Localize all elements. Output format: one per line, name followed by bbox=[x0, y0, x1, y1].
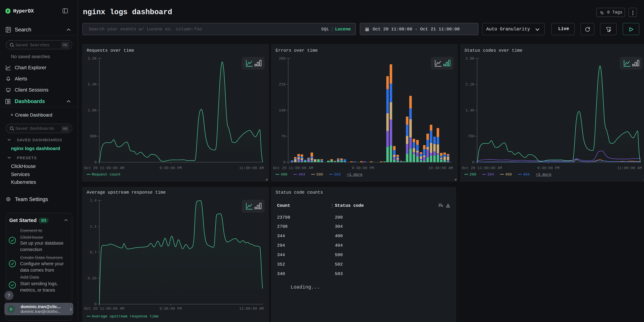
svg-text:11:00:00 AM: 11:00:00 AM bbox=[617, 166, 642, 170]
svg-text:404: 404 bbox=[523, 172, 530, 177]
svg-text:Request count: Request count bbox=[92, 172, 121, 177]
svg-text:400: 400 bbox=[280, 172, 287, 177]
svg-text:9:30:00 PM: 9:30:00 PM bbox=[160, 307, 182, 311]
svg-text:11:00:00 AM: 11:00:00 AM bbox=[239, 307, 264, 311]
svg-text:Requests over time: Requests over time bbox=[87, 48, 134, 53]
svg-text:502: 502 bbox=[334, 172, 341, 177]
svg-text:Average upstream response time: Average upstream response time bbox=[92, 314, 159, 318]
svg-text:0: 0 bbox=[94, 302, 97, 306]
svg-text:Oct 20 11:00:00 AM: Oct 20 11:00:00 AM bbox=[462, 166, 502, 170]
svg-text:+1 more: +1 more bbox=[347, 172, 362, 177]
svg-text:Errors over time: Errors over time bbox=[276, 48, 318, 53]
svg-text:Oct 20 11:00:00 AM: Oct 20 11:00:00 AM bbox=[84, 166, 124, 170]
svg-text:9:30:00 PM: 9:30:00 PM bbox=[160, 166, 182, 170]
svg-text:1.6K: 1.6K bbox=[88, 108, 97, 113]
svg-text:500: 500 bbox=[316, 172, 323, 177]
svg-text:0.7: 0.7 bbox=[90, 250, 97, 254]
svg-text:11:00:00 AM: 11:00:00 AM bbox=[239, 166, 264, 170]
svg-text:Oct 20 11:00:00 AM: Oct 20 11:00:00 AM bbox=[84, 307, 124, 311]
svg-text:210: 210 bbox=[279, 82, 286, 87]
svg-text:2.4K: 2.4K bbox=[88, 82, 97, 87]
svg-text:404: 404 bbox=[298, 172, 305, 177]
svg-text:800: 800 bbox=[90, 134, 97, 138]
svg-text:Oct 20 11:00:00 AM: Oct 20 11:00:00 AM bbox=[273, 166, 313, 170]
svg-text:+3 more: +3 more bbox=[536, 172, 551, 177]
svg-text:1.1: 1.1 bbox=[90, 224, 97, 229]
svg-text:200: 200 bbox=[470, 172, 476, 177]
svg-text:0: 0 bbox=[283, 160, 286, 164]
svg-text:0: 0 bbox=[94, 160, 97, 164]
svg-text:9:30:00 PM: 9:30:00 PM bbox=[352, 166, 374, 170]
svg-text:1.4K: 1.4K bbox=[466, 108, 474, 113]
svg-text:0.35: 0.35 bbox=[88, 276, 97, 280]
svg-text:280: 280 bbox=[279, 56, 286, 61]
svg-text:304: 304 bbox=[488, 172, 494, 177]
svg-text:9:30:00 PM: 9:30:00 PM bbox=[537, 166, 560, 170]
svg-text:700: 700 bbox=[468, 134, 474, 138]
svg-text:70: 70 bbox=[281, 134, 286, 138]
svg-text:2.1K: 2.1K bbox=[466, 82, 474, 87]
svg-text:Status codes over time: Status codes over time bbox=[464, 48, 522, 53]
svg-text:10:30:00 AM: 10:30:00 AM bbox=[428, 166, 453, 170]
svg-text:0: 0 bbox=[472, 160, 474, 164]
svg-text:Average upstream response time: Average upstream response time bbox=[87, 190, 166, 195]
svg-text:3.2K: 3.2K bbox=[88, 56, 97, 61]
svg-text:1.4: 1.4 bbox=[90, 198, 97, 203]
svg-text:2.8K: 2.8K bbox=[466, 56, 474, 61]
svg-text:400: 400 bbox=[505, 172, 512, 177]
svg-text:140: 140 bbox=[279, 108, 286, 113]
